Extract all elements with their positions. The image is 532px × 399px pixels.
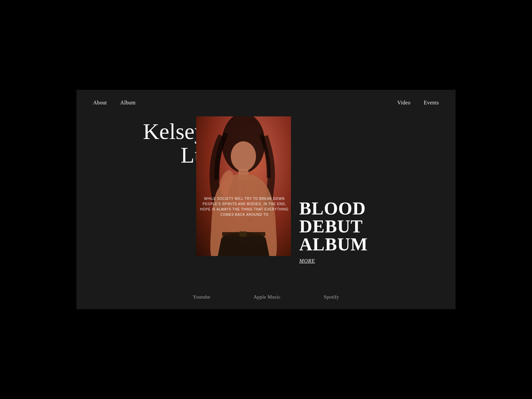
album-title: BLOOD DEBUT ALBUM: [299, 200, 368, 253]
photo-art: [196, 116, 291, 256]
album-title-line2: DEBUT: [299, 217, 368, 235]
artist-quote: WHILE SOCIETY WILL TRY TO BREAK DOWN PEO…: [196, 196, 293, 217]
nav-events[interactable]: Events: [424, 100, 439, 106]
svg-rect-4: [239, 231, 247, 237]
spotify-link[interactable]: Spotify: [324, 294, 339, 300]
nav-video[interactable]: Video: [397, 100, 411, 106]
navigation: About Album Video Events: [76, 90, 456, 106]
artist-photo: [196, 116, 291, 256]
svg-point-1: [231, 141, 256, 171]
album-info: BLOOD DEBUT ALBUM MORE: [299, 200, 368, 264]
nav-album[interactable]: Album: [120, 100, 136, 106]
nav-about[interactable]: About: [93, 100, 107, 106]
more-link[interactable]: MORE: [299, 258, 315, 264]
figure-svg: [196, 116, 291, 256]
main-window: About Album Video Events Kelsey Lu: [76, 90, 456, 309]
streaming-links: Youtube Apple Music Spotify: [76, 294, 456, 300]
nav-left: About Album: [93, 100, 136, 106]
apple-music-link[interactable]: Apple Music: [253, 294, 280, 300]
youtube-link[interactable]: Youtube: [193, 294, 210, 300]
album-title-line3: ALBUM: [299, 235, 368, 253]
album-title-line1: BLOOD: [299, 200, 368, 217]
nav-right: Video Events: [397, 100, 439, 106]
